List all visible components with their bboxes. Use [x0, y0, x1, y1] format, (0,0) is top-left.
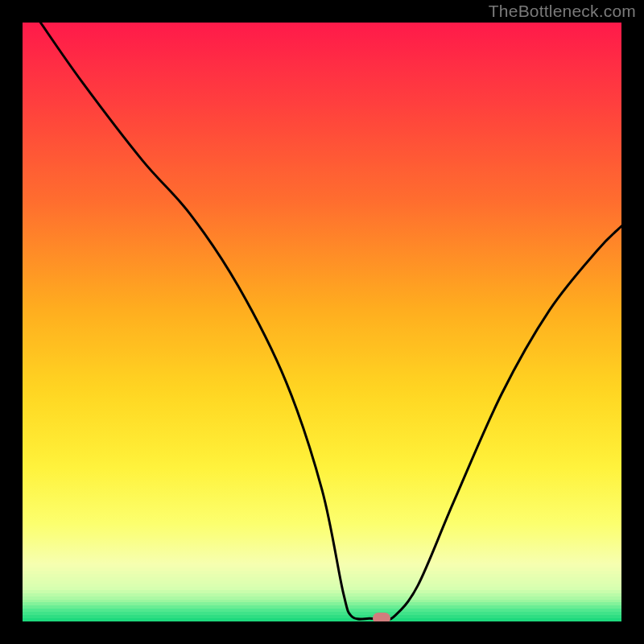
curve-line	[23, 23, 621, 621]
watermark-text: TheBottleneck.com	[489, 2, 636, 21]
plot-area	[23, 23, 621, 621]
chart-frame: TheBottleneck.com	[0, 0, 644, 644]
optimal-marker	[373, 613, 390, 621]
